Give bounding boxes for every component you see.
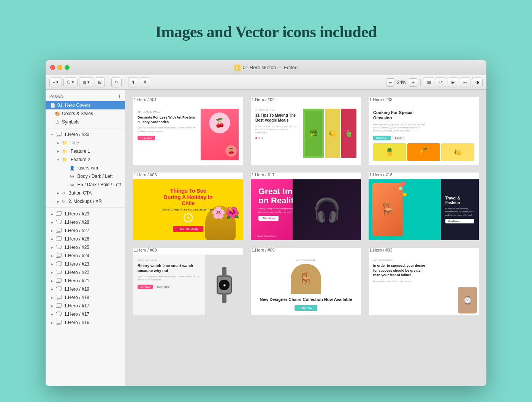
fullscreen-button[interactable]	[65, 65, 70, 70]
artboard-hero01[interactable]: 1.Hero / #01 ARTBOARD PAGE Decorate For …	[133, 97, 243, 165]
hero09-label: 1.Hero / #09	[251, 248, 361, 252]
hero17-btn[interactable]: Slide More	[258, 216, 279, 221]
sidebar-item-feature2[interactable]: 📁 Feature 2	[46, 155, 125, 164]
symbol-button[interactable]: ⟳	[111, 78, 122, 87]
zoom-in-button[interactable]: +	[409, 78, 417, 87]
minimize-button[interactable]	[57, 65, 62, 70]
hero09-btn[interactable]: Shop Now	[294, 305, 317, 311]
sidebar-item-body-dark[interactable]: Aa Body / Dark / Left	[46, 172, 125, 180]
sidebar-item-hero17c[interactable]: 1.Hero / #17	[46, 310, 125, 318]
sidebar-item-hero-covers[interactable]: 📄 01. Hero Covers	[46, 101, 125, 109]
sketch-app-icon: S	[234, 65, 241, 71]
add-button[interactable]: +▾	[49, 78, 62, 87]
canvas-area[interactable]: 1.Hero / #01 ARTBOARD PAGE Decorate For …	[125, 90, 486, 386]
dot1	[255, 137, 257, 139]
hero03-headline: Cooking For Special Occasion	[373, 110, 419, 121]
sidebar-item-colors-styles[interactable]: 🎨 Colors & Styles	[46, 109, 125, 118]
headphones-icon: 🎧	[293, 179, 361, 240]
insert-button[interactable]: ⬡▾	[63, 78, 78, 87]
arrow-feature1	[56, 149, 60, 153]
arrow-16	[50, 321, 54, 324]
sidebar-item-hero25[interactable]: 1.Hero / #25	[46, 243, 125, 252]
sidebar-item-button-cta[interactable]: ↻ Button CTA	[46, 189, 125, 197]
mac-window: S 01 Hero.sketch — Edited +▾ ⬡▾ ▤▾ ⊞ ⟳ ⬆…	[46, 60, 486, 386]
sidebar-divider-1	[46, 128, 125, 128]
sidebar-item-users-wm[interactable]: 👤 users-wm	[46, 164, 125, 172]
users-wm-label: users-wm	[78, 165, 98, 171]
hero22-label: 1.Hero / #22	[64, 270, 89, 275]
view-button[interactable]: ▤▾	[79, 78, 93, 87]
sidebar-item-hero21[interactable]: 1.Hero / #21	[46, 277, 125, 285]
sidebar-item-title[interactable]: 📁 Title	[46, 139, 125, 147]
close-button[interactable]	[50, 65, 55, 70]
zoom-out-button[interactable]: −	[386, 78, 394, 87]
artboard-grid: 1.Hero / #01 ARTBOARD PAGE Decorate For …	[133, 97, 479, 315]
artboard-hero18[interactable]: 1.Hero / #18 🪑 Travel & Fashion Whatever…	[369, 173, 479, 240]
artboard-icon-28	[56, 220, 61, 224]
shadow-button[interactable]: ◑	[472, 78, 483, 87]
sidebar-item-hero27[interactable]: 1.Hero / #27	[46, 226, 125, 235]
border-button[interactable]: ◎	[460, 78, 470, 87]
hero17-person-img: 🎧	[293, 179, 361, 240]
sidebar-item-symbols[interactable]: ⬡ Symbols	[46, 118, 125, 126]
artboard-hero09[interactable]: 1.Hero / #09 ARTBOARD PAGE 🪑 New Designe…	[251, 248, 361, 315]
hero06-play-btn[interactable]	[184, 213, 193, 222]
hero06-label: 1.Hero / #06	[133, 173, 243, 177]
hero03-btn1[interactable]: Read More	[373, 136, 391, 140]
sidebar-item-mockups[interactable]: ↻ 2. Mockups / XR	[46, 197, 125, 206]
artboard-hero17[interactable]: 1.Hero / #17 Great Impact on Reality Rea…	[251, 173, 361, 240]
lemon-icon: 🍋	[325, 109, 340, 158]
orange-img: 🍊	[407, 143, 440, 161]
pages-section-label: PAGES	[49, 94, 64, 98]
sidebar-item-hero19[interactable]: 1.Hero / #19	[46, 285, 125, 293]
arrow-26	[50, 237, 54, 241]
hero33-tag: ARTBOARD PAGE	[373, 259, 474, 261]
artboard-icon-24	[56, 254, 61, 258]
artboard-hero08[interactable]: 1.Hero / #08 ARTBOARD PAGE Binary watch …	[133, 248, 243, 315]
symbols-label: Symbols	[62, 119, 79, 125]
hero02-body: A sed ut perspiciatis unde omnis iste na…	[255, 125, 299, 134]
hero01-btn[interactable]: Read More	[138, 136, 155, 140]
hero18-body: Whatever the seasons, whatever the occas…	[445, 207, 474, 217]
feature1-label: Feature 1	[71, 149, 90, 154]
sidebar-item-hero24[interactable]: 1.Hero / #24	[46, 252, 125, 260]
hero08-btn2[interactable]: Learn More	[154, 285, 172, 289]
artboard-hero33[interactable]: 1.Hero / #33 ARTBOARD PAGE In order to s…	[369, 248, 479, 315]
mask-button[interactable]: ▤	[424, 78, 434, 87]
arrow-17b	[50, 304, 54, 308]
forward-button[interactable]: ⟳	[436, 78, 446, 87]
sidebar-item-feature1[interactable]: 📁 Feature 1	[46, 147, 125, 155]
hero03-btn2[interactable]: Sign In	[392, 136, 405, 140]
add-page-button[interactable]: +	[118, 93, 121, 100]
sidebar-item-hero16[interactable]: 1.Hero / #16	[46, 318, 125, 327]
distribute-button[interactable]: ⬇	[140, 78, 150, 87]
hero18-btn[interactable]: Read More	[445, 219, 474, 223]
separator-1	[108, 79, 108, 86]
veggie-icon: 🥦	[305, 111, 322, 156]
align-button[interactable]: ⬆	[128, 78, 138, 87]
artboard-hero06[interactable]: 1.Hero / #06 Things To See During A Holi…	[133, 173, 243, 240]
sidebar-item-h5-dark[interactable]: Aa H5 / Dark / Bold / Left	[46, 180, 125, 189]
sidebar-item-hero26[interactable]: 1.Hero / #26	[46, 235, 125, 243]
artboard-hero02[interactable]: 1.Hero / #02 ARTBOARD PAGE 11 Tips To Ma…	[251, 97, 361, 165]
sidebar-item-hero29[interactable]: 1.Hero / #29	[46, 210, 125, 218]
sidebar-item-hero30[interactable]: 1.Hero / #30	[46, 130, 125, 139]
sidebar-item-hero22[interactable]: 1.Hero / #22	[46, 268, 125, 277]
fill-button[interactable]: ◉	[448, 78, 458, 87]
arrow-23	[50, 262, 54, 266]
folder-icon-feature2: 📁	[62, 157, 67, 162]
artboard-hero03[interactable]: 1.Hero / #03 Cooking For Special Occasio…	[369, 97, 479, 165]
hero18b-label: 1.Hero / #18	[64, 295, 89, 300]
hero08-btn1[interactable]: Buy Now	[138, 285, 153, 289]
arrow-25	[50, 245, 54, 249]
zoom-value: 24%	[395, 80, 408, 85]
hero33-label: 1.Hero / #33	[369, 248, 479, 252]
grid-button[interactable]: ⊞	[95, 78, 105, 87]
sidebar-item-hero28[interactable]: 1.Hero / #28	[46, 218, 125, 226]
hero17b-label: 1.Hero / #17	[64, 303, 89, 309]
sidebar-item-hero17b[interactable]: 1.Hero / #17	[46, 302, 125, 310]
sidebar-item-hero18b[interactable]: 1.Hero / #18	[46, 293, 125, 302]
hero06-btn[interactable]: Read Full Service	[173, 226, 203, 232]
sidebar-item-hero23[interactable]: 1.Hero / #23	[46, 260, 125, 268]
hero18-chair-img: 🪑	[372, 183, 403, 236]
